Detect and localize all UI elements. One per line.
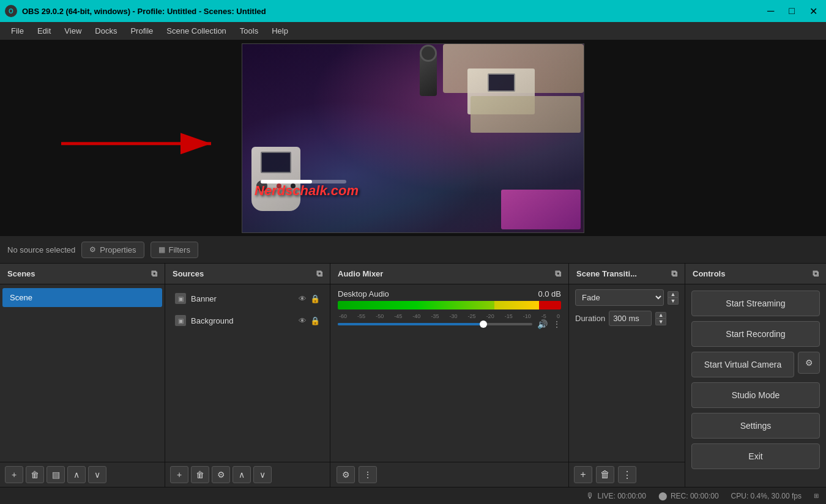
scenes-remove-button[interactable]: 🗑 xyxy=(26,466,44,483)
scenes-filter-button[interactable]: ▤ xyxy=(47,466,65,483)
start-streaming-button[interactable]: Start Streaming xyxy=(691,291,820,316)
source-banner-visibility[interactable]: 👁 xyxy=(299,294,307,303)
source-background-icon: ▣ xyxy=(175,315,186,326)
live-label: LIVE: 00:00:00 xyxy=(597,492,646,500)
scenes-toolbar: + 🗑 ▤ ∧ ∨ xyxy=(0,462,165,487)
transitions-remove-button[interactable]: 🗑 xyxy=(596,466,614,483)
scenes-up-button[interactable]: ∧ xyxy=(67,466,86,483)
meter-tick-labels: -60 -55 -50 -45 -40 -35 -30 -25 -20 -15 … xyxy=(338,313,561,319)
menu-item-profile[interactable]: Profile xyxy=(124,24,159,38)
transitions-type-row: Fade ▲ ▼ xyxy=(575,289,679,306)
menu-item-docks[interactable]: Docks xyxy=(89,24,123,38)
source-banner-controls: 👁 🔒 xyxy=(299,294,320,303)
corner-resize-icon: ⊞ xyxy=(814,492,819,499)
close-button[interactable]: ✕ xyxy=(806,4,821,18)
statusbar: 🎙 LIVE: 00:00:00 ⬤ REC: 00:00:00 CPU: 0.… xyxy=(0,487,826,504)
properties-label: Properties xyxy=(100,245,136,254)
menu-item-help[interactable]: Help xyxy=(266,24,294,38)
rec-icon: ⬤ xyxy=(658,491,668,500)
audio-panel-maximize-icon[interactable]: ⧉ xyxy=(555,269,561,279)
duration-spin-up[interactable]: ▲ xyxy=(655,312,666,319)
live-status: 🎙 LIVE: 00:00:00 xyxy=(586,491,646,500)
rec-status: ⬤ REC: 00:00:00 xyxy=(658,491,719,500)
scenes-panel-maximize-icon[interactable]: ⧉ xyxy=(151,269,157,279)
mute-button[interactable]: 🔊 xyxy=(537,319,548,329)
duration-input[interactable] xyxy=(609,311,652,326)
transitions-more-button[interactable]: ⋮ xyxy=(618,466,636,483)
scenes-down-button[interactable]: ∨ xyxy=(88,466,106,483)
sources-add-button[interactable]: + xyxy=(170,466,188,483)
source-item-background[interactable]: ▣ Background 👁 🔒 xyxy=(168,310,327,331)
menu-item-scene_collection[interactable]: Scene Collection xyxy=(160,24,233,38)
menu-item-edit[interactable]: Edit xyxy=(31,24,57,38)
minimize-button[interactable]: ─ xyxy=(764,4,778,18)
menu-item-file[interactable]: File xyxy=(5,24,30,38)
obs-icon: O xyxy=(5,5,17,17)
properties-button[interactable]: ⚙ Properties xyxy=(81,242,144,258)
sources-list: ▣ Banner 👁 🔒 ▣ Background 👁 🔒 xyxy=(165,284,330,462)
transitions-panel-title: Scene Transiti... xyxy=(576,269,637,278)
panels: Scenes ⧉ Scene + 🗑 ▤ ∧ ∨ Sources ⧉ ▣ Ban… xyxy=(0,264,826,487)
source-banner-name: Banner xyxy=(191,294,294,303)
source-banner-lock[interactable]: 🔒 xyxy=(310,294,320,303)
properties-icon: ⚙ xyxy=(89,245,96,254)
start-virtual-camera-button[interactable]: Start Virtual Camera xyxy=(691,352,794,377)
transitions-spin-up[interactable]: ▲ xyxy=(668,291,679,298)
duration-spin-down[interactable]: ▼ xyxy=(655,319,666,325)
audio-more-options[interactable]: ⋮ xyxy=(359,466,377,483)
sources-up-button[interactable]: ∧ xyxy=(233,466,251,483)
sources-toolbar: + 🗑 ⚙ ∧ ∨ xyxy=(165,462,330,487)
studio-mode-button[interactable]: Studio Mode xyxy=(691,382,820,408)
preview-container: Nerdschalk.com xyxy=(0,40,826,236)
controls-panel-maximize-icon[interactable]: ⧉ xyxy=(813,269,819,279)
audio-panel: Audio Mixer ⧉ Desktop Audio 0.0 dB -60 xyxy=(330,264,569,487)
controls-panel-title: Controls xyxy=(693,269,725,278)
filters-label: Filters xyxy=(169,245,190,254)
transitions-type-select[interactable]: Fade xyxy=(575,289,664,306)
scene-item-scene[interactable]: Scene xyxy=(2,288,162,307)
sources-settings-button[interactable]: ⚙ xyxy=(212,466,230,483)
titlebar: O OBS 29.0.2 (64-bit, windows) - Profile… xyxy=(0,0,826,22)
source-background-controls: 👁 🔒 xyxy=(299,316,320,325)
volume-slider[interactable] xyxy=(338,323,532,325)
transitions-spin-down[interactable]: ▼ xyxy=(668,298,679,305)
start-recording-button[interactable]: Start Recording xyxy=(691,321,820,347)
menu-item-tools[interactable]: Tools xyxy=(234,24,264,38)
source-banner-icon: ▣ xyxy=(175,293,186,304)
audio-content: Desktop Audio 0.0 dB -60 -55 -50 -45 -40 xyxy=(330,284,568,462)
scenes-list: Scene xyxy=(0,284,165,462)
sources-remove-button[interactable]: 🗑 xyxy=(191,466,209,483)
sources-panel: Sources ⧉ ▣ Banner 👁 🔒 ▣ Background 👁 🔒 xyxy=(165,264,330,487)
audio-track-top: Desktop Audio 0.0 dB xyxy=(338,289,561,298)
sources-panel-title: Sources xyxy=(173,269,204,278)
audio-track-db: 0.0 dB xyxy=(538,289,561,298)
live-icon: 🎙 xyxy=(586,491,594,500)
duration-label: Duration xyxy=(575,314,605,323)
transitions-panel-maximize-icon[interactable]: ⧉ xyxy=(671,269,677,279)
volume-handle xyxy=(480,321,487,328)
transitions-spinner: ▲ ▼ xyxy=(668,291,679,305)
source-background-visibility[interactable]: 👁 xyxy=(299,316,307,325)
maximize-button[interactable]: □ xyxy=(785,4,798,18)
source-bar: No source selected ⚙ Properties ▦ Filter… xyxy=(0,236,826,264)
volume-fill xyxy=(338,323,484,325)
settings-button[interactable]: Settings xyxy=(691,413,820,439)
audio-toolbar: ⚙ ⋮ xyxy=(330,462,568,487)
audio-more-button[interactable]: ⋮ xyxy=(553,319,561,329)
menu-item-view[interactable]: View xyxy=(58,24,87,38)
source-background-lock[interactable]: 🔒 xyxy=(310,316,320,325)
sources-down-button[interactable]: ∨ xyxy=(253,466,272,483)
virtual-camera-settings-icon[interactable]: ⚙ xyxy=(798,352,820,374)
scenes-add-button[interactable]: + xyxy=(5,466,23,483)
transitions-add-button[interactable]: + xyxy=(574,466,592,483)
rec-label: REC: 00:00:00 xyxy=(671,492,719,500)
source-item-banner[interactable]: ▣ Banner 👁 🔒 xyxy=(168,288,327,309)
filters-icon: ▦ xyxy=(158,245,165,254)
titlebar-left: O OBS 29.0.2 (64-bit, windows) - Profile… xyxy=(5,5,266,17)
meter-bar xyxy=(338,301,561,309)
sources-panel-maximize-icon[interactable]: ⧉ xyxy=(316,269,322,279)
exit-button[interactable]: Exit xyxy=(691,443,820,469)
audio-settings-button[interactable]: ⚙ xyxy=(337,466,355,483)
no-source-label: No source selected xyxy=(7,245,75,254)
filters-button[interactable]: ▦ Filters xyxy=(151,242,198,258)
